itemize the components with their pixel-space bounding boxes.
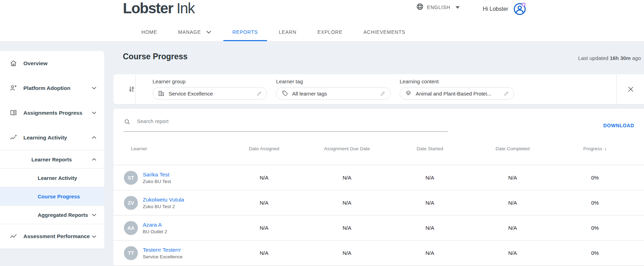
sidebar-item-learner-activity[interactable]: Learner Activity — [0, 168, 104, 187]
date-assigned-value: N/A — [223, 175, 305, 181]
sidebar-item-overview[interactable]: Overview — [0, 51, 104, 76]
tag-icon — [281, 90, 288, 97]
learner-group-pill[interactable]: Service Excellence — [153, 87, 267, 100]
learner-name-link[interactable]: Azara A — [143, 221, 167, 228]
language-label: ENGLISH — [427, 5, 450, 10]
table-row[interactable]: ZV Zukolwetu VutulaZuko BU Test 2 N/A N/… — [113, 190, 644, 215]
filter-tune-icon[interactable] — [127, 85, 136, 95]
sidebar-item-learner-reports[interactable]: Learner Reports — [0, 150, 104, 168]
filter-fields: Learner group Service Excellence — [153, 78, 514, 100]
edit-pencil-icon[interactable] — [256, 90, 262, 97]
tab-explore[interactable]: EXPLORE — [307, 23, 353, 41]
date-assigned-value: N/A — [223, 225, 305, 231]
learner-avatar: TT — [124, 246, 138, 260]
learner-avatar: ST — [124, 171, 138, 185]
page-title: Course Progress — [123, 52, 187, 61]
learner-name-link[interactable]: Sarika Test — [143, 171, 171, 178]
column-header-date-completed[interactable]: Date Completed — [471, 146, 554, 151]
learner-cell: TT Testerrr TesterrrService Excellence — [123, 246, 223, 260]
learner-tag-label: Learner tag — [276, 78, 391, 84]
tab-achievements[interactable]: ACHIEVEMENTS — [353, 23, 416, 41]
sidebar-item-assignments-progress[interactable]: Assignments Progress — [0, 100, 104, 125]
learning-content-pill[interactable]: Animal and Plant-Based Protei... — [400, 87, 514, 100]
avatar[interactable] — [513, 2, 527, 16]
building-icon — [158, 90, 165, 97]
learner-name-link[interactable]: Testerrr Testerrr — [143, 246, 183, 253]
learner-name-link[interactable]: Zukolwetu Vutula — [143, 196, 184, 203]
learning-content-label: Learning content — [400, 78, 514, 84]
learner-group-name: Zuko BU Test — [143, 179, 171, 184]
close-icon[interactable] — [627, 85, 635, 94]
person-add-icon — [9, 84, 17, 92]
due-date-value: N/A — [305, 200, 388, 206]
chevron-down-icon — [456, 6, 460, 9]
download-button[interactable]: DOWNLOAD — [603, 123, 634, 128]
search-field[interactable] — [123, 117, 448, 132]
book-icon — [9, 109, 17, 117]
user-menu[interactable]: Hi Lobster — [483, 2, 527, 16]
date-completed-value: N/A — [471, 225, 554, 231]
date-assigned-value: N/A — [223, 200, 305, 206]
column-header-learner[interactable]: Learner — [123, 146, 223, 151]
date-started-value: N/A — [388, 250, 471, 256]
sidebar-item-aggregated-reports[interactable]: Aggregated Reports — [0, 205, 104, 224]
user-greeting: Hi Lobster — [483, 6, 508, 12]
learner-tag-filter: Learner tag All learner tags — [276, 78, 391, 100]
learner-avatar: AA — [124, 221, 138, 235]
learner-group-name: BU Outlet 2 — [143, 229, 167, 234]
edit-pencil-icon[interactable] — [380, 90, 386, 97]
search-input[interactable] — [137, 117, 448, 124]
edit-pencil-icon[interactable] — [503, 90, 510, 97]
chevron-up-icon — [91, 158, 97, 161]
table-row[interactable]: TT Testerrr TesterrrService Excellence N… — [113, 241, 644, 266]
learner-group-value: Service Excellence — [169, 91, 256, 97]
table-row[interactable]: ST Sarika TestZuko BU Test N/A N/A N/A N… — [113, 165, 644, 190]
filter-bar: Learner group Service Excellence — [113, 74, 644, 104]
learner-group-name: Service Excellence — [143, 254, 183, 259]
date-completed-value: N/A — [471, 250, 554, 256]
chevron-down-icon — [91, 213, 97, 216]
table-row[interactable]: AA Azara ABU Outlet 2 N/A N/A N/A N/A 0% — [113, 215, 644, 241]
sidebar-item-assessment-performance[interactable]: Assessment Performance — [0, 224, 104, 249]
chevron-down-icon — [206, 30, 212, 34]
reports-sidebar: Overview Platform Adoption Assignments P… — [0, 51, 104, 249]
learner-tag-pill[interactable]: All learner tags — [276, 87, 391, 100]
column-header-assignment-due-date[interactable]: Assignment Due Date — [305, 146, 388, 151]
learner-cell: ST Sarika TestZuko BU Test — [123, 171, 223, 185]
learner-cell: AA Azara ABU Outlet 2 — [123, 221, 223, 235]
learner-cell: ZV Zukolwetu VutulaZuko BU Test 2 — [123, 196, 223, 210]
date-started-value: N/A — [388, 175, 471, 181]
sidebar-item-platform-adoption[interactable]: Platform Adoption — [0, 76, 104, 100]
search-icon — [124, 119, 131, 125]
trend-line-icon — [9, 232, 17, 241]
tab-learn[interactable]: LEARN — [268, 23, 307, 41]
date-started-value: N/A — [388, 225, 471, 231]
report-table-card: DOWNLOAD Learner Date Assigned Assignmen… — [113, 109, 644, 266]
sort-descending-icon[interactable]: ↓ — [604, 146, 607, 151]
due-date-value: N/A — [305, 225, 388, 231]
learning-content-value: Animal and Plant-Based Protei... — [416, 91, 503, 97]
sidebar-item-course-progress[interactable]: Course Progress — [0, 187, 104, 205]
divider — [616, 74, 617, 104]
shield-badge-icon — [522, 3, 525, 7]
home-icon — [9, 59, 17, 68]
layers-icon — [405, 90, 412, 97]
main-nav: HOME MANAGE REPORTS LEARN EXPLORE ACHIEV… — [131, 23, 416, 41]
sidebar-item-learning-activity[interactable]: Learning Activity — [0, 125, 104, 150]
tab-manage[interactable]: MANAGE — [168, 23, 222, 41]
learning-content-filter: Learning content Animal and Plant-Based … — [400, 78, 514, 100]
lobster-ink-logo[interactable]: Lobster Ink — [123, 0, 194, 17]
column-header-date-assigned[interactable]: Date Assigned — [223, 146, 305, 151]
column-header-progress[interactable]: Progress↓ — [554, 146, 636, 151]
search-row: DOWNLOAD — [113, 109, 644, 132]
progress-value: 0% — [554, 200, 636, 206]
tab-reports[interactable]: REPORTS — [222, 23, 268, 41]
learner-tag-value: All learner tags — [292, 91, 380, 97]
column-header-date-started[interactable]: Date Started — [388, 146, 471, 151]
chevron-down-icon — [91, 86, 97, 90]
progress-value: 0% — [554, 250, 636, 256]
tab-home[interactable]: HOME — [131, 23, 168, 41]
language-selector[interactable]: ENGLISH — [416, 3, 460, 12]
learner-group-label: Learner group — [153, 78, 267, 84]
globe-icon — [416, 3, 424, 12]
